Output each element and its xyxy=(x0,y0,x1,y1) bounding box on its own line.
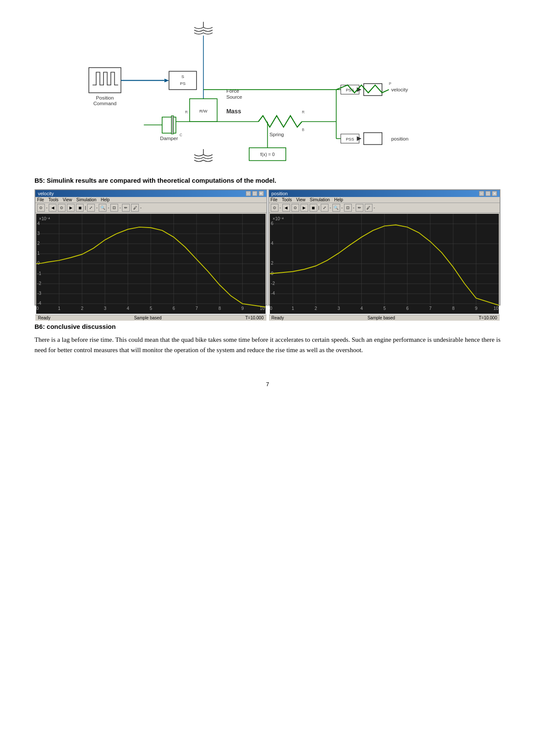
svg-text:5: 5 xyxy=(383,306,386,311)
svg-text:5: 5 xyxy=(150,306,152,311)
svg-rect-2 xyxy=(89,68,121,93)
svg-text:PSS: PSS xyxy=(346,137,354,141)
svg-text:-4: -4 xyxy=(271,291,275,296)
svg-text:B: B xyxy=(302,128,304,132)
svg-text:Source: Source xyxy=(226,94,242,100)
pos-toolbar-btn-2[interactable]: ◀ xyxy=(282,204,290,212)
svg-text:1: 1 xyxy=(38,251,40,256)
svg-text:8: 8 xyxy=(219,306,221,311)
page-number: 7 xyxy=(34,381,501,387)
svg-text:S: S xyxy=(181,74,184,79)
section-b6: B6: conclusive discussion There is a lag… xyxy=(34,323,501,355)
svg-text:C: C xyxy=(180,133,182,137)
minimize-btn[interactable]: − xyxy=(246,191,251,196)
svg-text:Mass: Mass xyxy=(226,108,241,115)
toolbar-btn-4[interactable]: ▶ xyxy=(67,204,75,212)
svg-text:Command: Command xyxy=(93,100,116,106)
pos-toolbar-btn-3[interactable]: ⊙ xyxy=(291,204,299,212)
svg-marker-6 xyxy=(164,78,169,82)
toolbar-btn-3[interactable]: ⊙ xyxy=(58,204,66,212)
svg-text:7: 7 xyxy=(196,306,198,311)
svg-text:7: 7 xyxy=(429,306,432,311)
pos-menu-file[interactable]: File xyxy=(271,197,278,202)
svg-text:1: 1 xyxy=(291,306,294,311)
pos-toolbar-btn-10[interactable]: 🖊 xyxy=(365,204,372,212)
svg-text:6: 6 xyxy=(271,221,273,226)
scope-velocity-status-center: Sample based xyxy=(134,316,162,320)
toolbar-btn-9[interactable]: ✏ xyxy=(122,204,130,212)
scope-velocity-window: velocity − □ ✕ File Tools View Simulatio… xyxy=(35,190,267,305)
scope-velocity-window-controls: − □ ✕ xyxy=(246,191,264,196)
pos-toolbar-btn-5[interactable]: ◼ xyxy=(310,204,317,212)
svg-text:-1: -1 xyxy=(38,271,41,276)
scope-velocity-titlebar: velocity − □ ✕ xyxy=(35,190,266,197)
menu-view[interactable]: View xyxy=(63,197,72,202)
pos-toolbar-btn-4[interactable]: ▶ xyxy=(300,204,308,212)
pos-menu-view[interactable]: View xyxy=(296,197,306,202)
scope-position-plot: ×10⁻⁴ 6 xyxy=(270,214,499,314)
svg-rect-20 xyxy=(171,116,173,134)
pos-close-btn[interactable]: ✕ xyxy=(492,191,497,196)
svg-text:2: 2 xyxy=(38,241,40,246)
svg-text:Force: Force xyxy=(226,88,239,94)
close-btn[interactable]: ✕ xyxy=(259,191,264,196)
pos-menu-tools[interactable]: Tools xyxy=(282,197,292,202)
menu-help[interactable]: Help xyxy=(101,197,110,202)
scope-position-status-right: T=10.000 xyxy=(479,316,497,320)
svg-text:Position: Position xyxy=(96,95,114,100)
scope-position-status-left: Ready xyxy=(272,316,284,320)
svg-text:1: 1 xyxy=(58,306,61,311)
svg-text:f(x) = 0: f(x) = 0 xyxy=(260,152,275,157)
svg-text:-2: -2 xyxy=(38,281,41,286)
svg-text:2: 2 xyxy=(81,306,84,311)
svg-text:4: 4 xyxy=(360,306,363,311)
scope-position-title: position xyxy=(272,191,288,196)
pos-toolbar-btn-6[interactable]: ⤢ xyxy=(321,204,329,212)
pos-minimize-btn[interactable]: − xyxy=(479,191,484,196)
svg-text:3: 3 xyxy=(337,306,340,311)
svg-rect-38 xyxy=(364,133,382,145)
pos-toolbar-btn-1[interactable]: ⊙ xyxy=(271,204,278,212)
toolbar-btn-5[interactable]: ◼ xyxy=(76,204,84,212)
svg-text:PS: PS xyxy=(180,81,186,86)
scope-position-status-center: Sample based xyxy=(367,316,395,320)
svg-text:Damper: Damper xyxy=(160,135,178,141)
pos-menu-simulation[interactable]: Simulation xyxy=(310,197,330,202)
pos-menu-help[interactable]: Help xyxy=(334,197,343,202)
menu-file[interactable]: File xyxy=(37,197,44,202)
pos-toolbar-btn-7[interactable]: 🔍 xyxy=(332,204,340,212)
scope-velocity-plot: ×10⁻⁴ xyxy=(36,214,266,314)
pos-restore-btn[interactable]: □ xyxy=(485,191,491,196)
svg-text:×10⁻⁴: ×10⁻⁴ xyxy=(39,216,50,221)
svg-text:6: 6 xyxy=(406,306,409,311)
svg-text:0: 0 xyxy=(36,306,39,311)
toolbar-btn-1[interactable]: ⊙ xyxy=(37,204,45,212)
svg-text:0: 0 xyxy=(270,306,272,311)
svg-text:R: R xyxy=(185,110,188,114)
scope-position-statusbar: Ready Sample based T=10.000 xyxy=(269,315,500,321)
toolbar-btn-7[interactable]: 🔍 xyxy=(99,204,106,212)
toolbar-btn-8[interactable]: ⊡ xyxy=(110,204,118,212)
toolbar-btn-10[interactable]: 🖊 xyxy=(131,204,139,212)
section-b6-text: There is a lag before rise time. This co… xyxy=(34,334,501,355)
menu-tools[interactable]: Tools xyxy=(48,197,58,202)
svg-text:9: 9 xyxy=(241,306,244,311)
scope-velocity-status-left: Ready xyxy=(38,316,50,320)
section-b5-heading: B5: Simulink results are compared with t… xyxy=(34,177,501,184)
pos-toolbar-btn-9[interactable]: ✏ xyxy=(356,204,363,212)
svg-text:position: position xyxy=(391,136,408,141)
toolbar-btn-6[interactable]: ⤢ xyxy=(87,204,95,212)
svg-text:-4: -4 xyxy=(38,301,41,306)
toolbar-btn-2[interactable]: ◀ xyxy=(49,204,56,212)
svg-text:3: 3 xyxy=(104,306,106,311)
scope-velocity-menubar: File Tools View Simulation Help xyxy=(35,197,266,203)
restore-btn[interactable]: □ xyxy=(252,191,257,196)
section-b6-heading: B6: conclusive discussion xyxy=(34,323,501,330)
svg-text:9: 9 xyxy=(475,306,477,311)
scope-windows-container: velocity − □ ✕ File Tools View Simulatio… xyxy=(34,189,501,306)
pos-toolbar-btn-8[interactable]: ⊡ xyxy=(344,204,352,212)
svg-text:2: 2 xyxy=(314,306,317,311)
scope-velocity-toolbar: ⊙ - ◀ ⊙ ▶ ◼ | ⤢ - 🔍 - ⊡ - ✏ 🖊 - xyxy=(35,203,266,213)
menu-simulation[interactable]: Simulation xyxy=(76,197,97,202)
svg-text:8: 8 xyxy=(452,306,454,311)
